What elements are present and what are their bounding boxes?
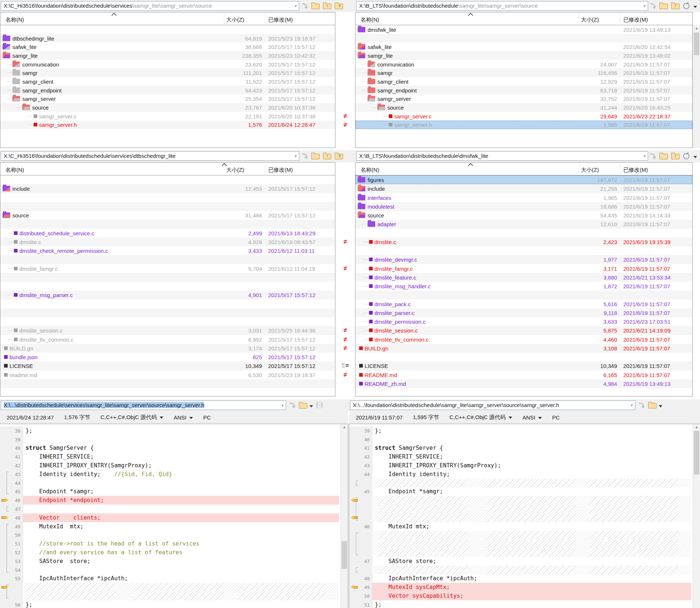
column-modified[interactable]: 已修改(M) xyxy=(268,167,293,174)
file-row[interactable]: dmslite_parser.c9,1182021/6/19 11:57:07 xyxy=(355,308,692,317)
parent-folder-icon[interactable]: ↑ xyxy=(670,1,680,11)
file-row[interactable]: dmslite_msg_handler.c1,8722021/6/19 11:5… xyxy=(355,282,692,290)
file-row[interactable]: samgr_server.c29,6492021/6/23 22:18:37 xyxy=(355,112,692,121)
file-row[interactable]: communication24,0072021/6/19 11:57:07 xyxy=(355,60,692,69)
file-row[interactable]: samgr_server.h1,5762021/6/24 12:28:47 xyxy=(0,121,335,129)
file-row[interactable]: dmslite_devmgr.c1,9772021/6/19 11:57:07 xyxy=(355,255,692,264)
jump-arrow-icon[interactable] xyxy=(300,151,309,161)
file-row[interactable]: safwk_lite38,6682021/5/17 15:57:12 xyxy=(0,42,335,51)
open-folder-icon[interactable] xyxy=(659,1,669,11)
diff-arrow-right-icon[interactable] xyxy=(1,498,9,503)
column-size[interactable]: 大小(Z) xyxy=(226,167,244,174)
file-row[interactable]: samgr_server.c22,1912021/6/20 10:37:38 xyxy=(0,112,335,121)
file-row[interactable]: samgr_lite2021/6/19 13:48:02 xyxy=(355,51,692,60)
column-name[interactable]: 名称(N) xyxy=(5,167,24,174)
address-input-right[interactable]: X:\B_LTS\foundation\distributedschedule\… xyxy=(356,151,648,161)
scrollbar-vertical[interactable]: ▲ xyxy=(693,424,700,608)
syntax-select[interactable]: C,C++,C#,ObjC 源代码 xyxy=(100,414,163,421)
file-row[interactable]: dmslite_famgr.c5,7042021/6/12 11:04:19 xyxy=(0,264,335,273)
jump-arrow-icon[interactable] xyxy=(287,400,297,410)
column-name[interactable]: 名称(N) xyxy=(5,16,24,23)
file-row[interactable]: samgr_server.h1,5952021/6/19 11:57:07 xyxy=(355,121,692,129)
save-icon[interactable] xyxy=(315,400,325,410)
file-row[interactable]: README_zh.md4,9842021/6/19 13:49:13 xyxy=(355,379,692,388)
file-row[interactable]: BUILD.gn3,1082021/6/19 11:57:07 xyxy=(355,344,692,353)
file-row[interactable]: communication23,6202021/5/17 15:57:12 xyxy=(0,60,335,69)
file-row[interactable]: samgr_client11,5222021/5/17 15:57:12 xyxy=(0,77,335,86)
file-row[interactable]: LICENSE10,3492021/6/19 11:57:07 xyxy=(355,361,692,370)
file-list-left[interactable]: dtbschedmgr_lite64,8192021/5/23 19:18:37… xyxy=(0,25,335,148)
file-row[interactable]: samgr_endpoint63,7182021/6/19 11:57:07 xyxy=(355,86,692,95)
address-input-right[interactable]: X:\B_LTS\foundation\distributedschedule\… xyxy=(356,1,648,11)
file-row[interactable]: moduletest18,6862021/6/19 11:57:07 xyxy=(355,202,692,211)
file-row[interactable]: readme.md6,5302021/5/23 19:18:37 xyxy=(0,370,335,379)
column-modified[interactable]: 已修改(M) xyxy=(623,167,648,174)
file-row[interactable]: source31,2442021/6/20 16:43:25 xyxy=(355,103,692,112)
code-pane-right[interactable]: 39};4041struct SamgrServer {42 INHERIT_S… xyxy=(349,424,700,608)
file-row[interactable]: dmslite_famgr.c3,1712021/6/19 11:57:07 xyxy=(355,264,692,273)
refresh-icon[interactable] xyxy=(682,1,692,11)
menu-dropdown-icon[interactable] xyxy=(692,151,700,161)
scrollbar-thumb[interactable] xyxy=(694,431,699,475)
file-row[interactable]: dmslite_tlv_common.c6,9922021/5/17 15:57… xyxy=(0,335,335,344)
file-row[interactable]: dmsfwk_lite2021/6/19 13:49:13 xyxy=(355,25,692,34)
dropdown-arrow-icon[interactable]: ∨ xyxy=(293,1,299,10)
jump-arrow-icon[interactable] xyxy=(648,1,658,11)
file-row[interactable]: dtbschedmgr_lite64,8192021/5/23 19:18:37 xyxy=(0,34,335,43)
file-row[interactable]: safwk_lite2021/6/20 12:42:54 xyxy=(355,42,692,51)
file-row[interactable]: samgr_server32,7522021/6/19 11:57:07 xyxy=(355,95,692,103)
scroll-up-icon[interactable]: ▲ xyxy=(693,25,700,31)
file-row[interactable]: samgr_server25,3542021/5/17 15:57:12 xyxy=(0,95,335,103)
file-row[interactable]: source54,4352021/6/19 14:14:33 xyxy=(355,211,692,220)
dropdown-arrow-icon[interactable]: ∨ xyxy=(642,1,648,10)
scrollbar-vertical[interactable]: ▲ xyxy=(693,25,700,148)
file-row[interactable]: figures187,8722021/6/19 11:57:07 xyxy=(355,175,692,184)
syntax-select[interactable]: C,C++,C#,ObjC 源代码 xyxy=(449,414,512,421)
open-folder-icon[interactable] xyxy=(647,400,657,410)
open-folder-icon[interactable] xyxy=(311,1,320,11)
file-row[interactable]: include12,4532021/5/17 15:57:12 xyxy=(0,184,335,193)
scrollbar-vertical[interactable]: ▲ xyxy=(341,424,348,608)
file-row[interactable]: dmslite.c4,9282021/6/19 08:43:57 xyxy=(0,238,335,246)
scrollbar-thumb[interactable] xyxy=(342,541,347,569)
dropdown-arrow-icon[interactable]: ∨ xyxy=(629,401,635,410)
column-size[interactable]: 大小(Z) xyxy=(226,16,244,23)
open-folder-icon[interactable] xyxy=(298,400,308,410)
encoding-select[interactable]: ANSI xyxy=(522,414,542,421)
parent-folder-icon[interactable]: ↑ xyxy=(322,151,332,161)
file-row[interactable]: samgr_lite238,3552021/5/23 10:42:32 xyxy=(0,51,335,60)
parent-folder-icon[interactable]: ↑ xyxy=(322,1,332,11)
file-row[interactable]: distributed_schedule_service.c2,4992021/… xyxy=(0,229,335,238)
scroll-up-icon[interactable]: ▲ xyxy=(341,424,348,430)
scroll-up-icon[interactable]: ▲ xyxy=(693,424,700,430)
column-modified[interactable]: 已修改(M) xyxy=(268,16,293,23)
file-row[interactable]: dmslite_session.c3,0312021/5/25 16:44:38 xyxy=(0,326,335,335)
file-row[interactable]: dmslite_feature.c3,6802021/6/21 13:53:34 xyxy=(355,273,692,282)
file-row[interactable]: include21,2552021/6/19 11:57:07 xyxy=(355,184,692,193)
dropdown-arrow-icon[interactable]: ∨ xyxy=(293,152,299,160)
jump-arrow-icon[interactable] xyxy=(636,400,646,410)
file-row[interactable]: dmslite_check_remote_permission.c3,43320… xyxy=(0,246,335,255)
root-folder-icon[interactable]: ↑↑ xyxy=(334,1,344,11)
diff-arrow-right-icon[interactable] xyxy=(1,515,9,520)
jump-arrow-icon[interactable] xyxy=(300,1,309,11)
diff-arrow-left-icon[interactable] xyxy=(350,585,358,590)
file-row[interactable]: dmslite_tlv_common.c4,4602021/6/19 11:57… xyxy=(355,335,692,344)
file-row[interactable]: samgr_client12,9292021/6/19 11:57:07 xyxy=(355,77,692,86)
file-row[interactable]: BUILD.gn3,1742021/5/17 15:57:12 xyxy=(0,344,335,353)
file-row[interactable]: source23,7672021/6/20 10:37:38 xyxy=(0,103,335,112)
file-row[interactable]: dmslite_pack.c5,6162021/6/19 11:57:07 xyxy=(355,300,692,308)
dropdown-arrow-icon[interactable]: ∨ xyxy=(279,401,286,410)
file-row[interactable]: README.md6,1652021/6/19 11:57:07 xyxy=(355,370,692,379)
file-list-right[interactable]: figures187,8722021/6/19 11:57:07include2… xyxy=(355,175,693,396)
column-name[interactable]: 名称(N) xyxy=(361,167,379,174)
address-input-right[interactable]: X:\...\foundation\distributedschedule\sa… xyxy=(350,400,635,410)
root-folder-icon[interactable]: ↑↑ xyxy=(334,151,344,161)
file-list-right[interactable]: dmsfwk_lite2021/6/19 13:49:13safwk_lite2… xyxy=(355,25,693,148)
file-list-left[interactable]: include12,4532021/5/17 15:57:12source31,… xyxy=(0,175,335,396)
file-row[interactable]: samgr111,2012021/5/17 15:57:12 xyxy=(0,68,335,77)
parent-folder-icon[interactable]: ↑ xyxy=(670,151,680,161)
menu-dropdown-icon[interactable] xyxy=(692,1,700,11)
column-modified[interactable]: 已修改(M) xyxy=(623,16,648,23)
address-input-left[interactable]: X:\C_Hi3516\foundation\distributedschedu… xyxy=(1,151,299,161)
